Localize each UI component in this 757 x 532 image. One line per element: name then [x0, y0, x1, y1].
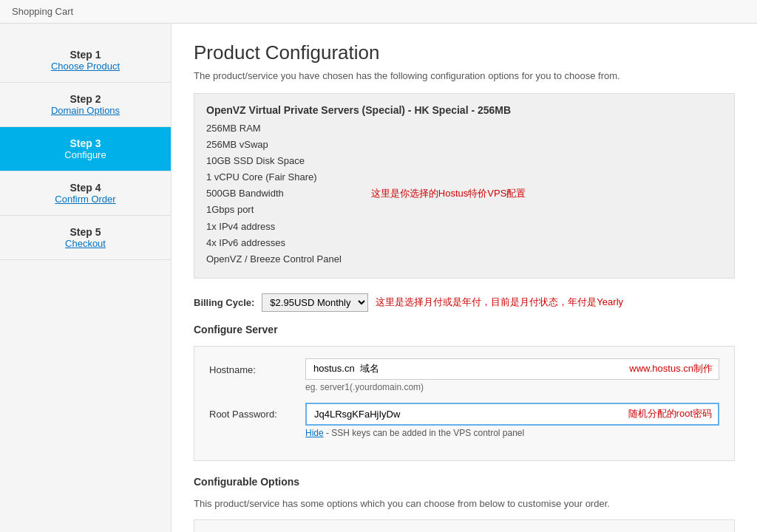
password-note: 随机分配的root密码: [628, 407, 718, 420]
hostname-row: Hostname: www.hostus.cn制作 eg. server1(.y…: [209, 358, 719, 392]
feature-6: 1x IPv4 address: [206, 219, 342, 235]
product-features: 256MB RAM 256MB vSwap 10GB SSD Disk Spac…: [206, 120, 722, 267]
sidebar-item-step5[interactable]: Step 5 Checkout: [0, 216, 171, 260]
features-list: 256MB RAM 256MB vSwap 10GB SSD Disk Spac…: [206, 120, 342, 267]
configurable-subtitle: This product/service has some options wh…: [194, 498, 735, 509]
feature-7: 4x IPv6 addresses: [206, 235, 342, 251]
product-name: OpenVZ Virtual Private Servers (Special)…: [206, 104, 722, 116]
server-location-row: Server Location: Hong Kong United States…: [194, 519, 735, 532]
sidebar-item-step4[interactable]: Step 4 Confirm Order: [0, 171, 171, 216]
password-label: Root Password:: [209, 403, 305, 420]
sidebar: Step 1 Choose Product Step 2 Domain Opti…: [0, 24, 172, 532]
feature-8: OpenVZ / Breeze Control Panel: [206, 251, 342, 267]
step2-label: Step 2: [12, 93, 159, 105]
feature-note: 这里是你选择的Hostus特价VPS配置: [371, 187, 526, 200]
step5-label: Step 5: [12, 226, 159, 238]
hide-link[interactable]: Hide: [305, 428, 324, 438]
hostname-label: Hostname:: [209, 358, 305, 375]
hostname-input[interactable]: [306, 359, 629, 379]
configurable-title: Configurable Options: [194, 476, 735, 488]
feature-1: 256MB vSwap: [206, 137, 342, 153]
feature-0: 256MB RAM: [206, 120, 342, 137]
feature-4: 500GB Bandwidth: [206, 185, 342, 202]
feature-3: 1 vCPU Core (Fair Share): [206, 169, 342, 185]
topbar: Shopping Cart: [0, 0, 757, 24]
main-content: Product Configuration The product/servic…: [172, 24, 757, 532]
page-title: Product Configuration: [194, 41, 735, 64]
feature-5: 1Gbps port: [206, 202, 342, 218]
configure-server-title: Configure Server: [194, 324, 735, 335]
step3-label: Step 3: [12, 137, 159, 149]
topbar-label: Shopping Cart: [12, 6, 73, 17]
billing-select[interactable]: $2.95USD Monthly Yearly: [262, 293, 368, 312]
step4-label: Step 4: [12, 182, 159, 194]
billing-label: Billing Cycle:: [194, 297, 254, 308]
step2-sub: Domain Options: [12, 105, 159, 116]
product-box: OpenVZ Virtual Private Servers (Special)…: [194, 93, 735, 279]
step1-sub: Choose Product: [12, 61, 159, 72]
configurable-options: Configurable Options This product/servic…: [194, 476, 735, 532]
billing-note: 这里是选择月付或是年付，目前是月付状态，年付是Yearly: [376, 296, 623, 309]
ssh-note: Hide - SSH keys can be added in the VPS …: [305, 428, 719, 438]
step5-sub: Checkout: [12, 238, 159, 249]
password-input-wrap: 随机分配的root密码 Hide - SSH keys can be added…: [305, 403, 719, 438]
ssh-note-text: - SSH keys can be added in the VPS contr…: [326, 428, 524, 438]
configure-server-box: Hostname: www.hostus.cn制作 eg. server1(.y…: [194, 346, 735, 461]
hostname-hint: eg. server1(.yourdomain.com): [305, 382, 719, 392]
sidebar-item-step2[interactable]: Step 2 Domain Options: [0, 83, 171, 127]
password-row: Root Password: 随机分配的root密码 Hide - SSH ke…: [209, 403, 719, 438]
hostname-note-red: www.hostus.cn制作: [629, 362, 719, 375]
feature-2: 10GB SSD Disk Space: [206, 153, 342, 169]
billing-row: Billing Cycle: $2.95USD Monthly Yearly 这…: [194, 293, 735, 312]
sidebar-item-step3[interactable]: Step 3 Configure: [0, 127, 171, 171]
hostname-input-wrap: www.hostus.cn制作 eg. server1(.yourdomain.…: [305, 358, 719, 392]
step1-label: Step 1: [12, 49, 159, 61]
step4-sub: Confirm Order: [12, 194, 159, 205]
password-input[interactable]: [307, 404, 628, 424]
step3-sub: Configure: [12, 149, 159, 160]
page-subtitle: The product/service you have chosen has …: [194, 70, 735, 81]
hostname-input-container: www.hostus.cn制作: [305, 358, 719, 380]
password-input-container: 随机分配的root密码: [305, 403, 719, 426]
sidebar-item-step1[interactable]: Step 1 Choose Product: [0, 38, 171, 83]
